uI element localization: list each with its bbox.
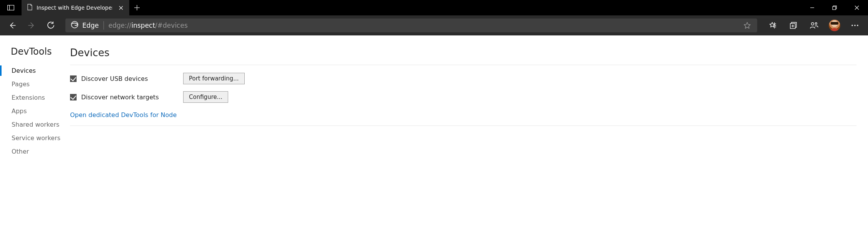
profile-avatar[interactable]: [829, 20, 840, 31]
favorite-button[interactable]: [741, 22, 753, 29]
sidebar-item-apps[interactable]: Apps: [0, 104, 70, 118]
checkbox-label: Discover USB devices: [81, 75, 148, 82]
svg-rect-0: [8, 5, 14, 10]
sidebar-item-label: Service workers: [12, 134, 60, 142]
row-discover-network: Discover network targets Configure...: [70, 91, 856, 103]
open-devtools-node-link[interactable]: Open dedicated DevTools for Node: [70, 110, 177, 126]
checkbox-discover-usb[interactable]: [70, 75, 77, 82]
url-text: edge:// inspect /#devices: [108, 22, 188, 29]
svg-point-20: [851, 25, 853, 26]
more-menu-button[interactable]: [846, 17, 864, 34]
sidebar-item-devices[interactable]: Devices: [0, 64, 70, 77]
configure-button[interactable]: Configure...: [183, 91, 228, 103]
address-bar[interactable]: Edge edge:// inspect /#devices: [65, 18, 757, 32]
back-button[interactable]: [4, 17, 21, 34]
browser-tab-active[interactable]: Inspect with Edge Developer Too: [22, 0, 129, 15]
site-identity-label: Edge: [82, 22, 99, 29]
site-identity[interactable]: Edge: [71, 21, 99, 30]
refresh-button[interactable]: [42, 17, 59, 34]
page-icon: [27, 4, 33, 12]
sidebar-item-shared-workers[interactable]: Shared workers: [0, 118, 70, 131]
main-panel: Devices Discover USB devices Port forwar…: [70, 35, 868, 241]
edge-logo-icon: [71, 21, 78, 30]
svg-point-22: [857, 25, 858, 26]
checkbox-discover-network[interactable]: [70, 94, 77, 100]
port-forwarding-button[interactable]: Port forwarding...: [183, 73, 245, 84]
window-minimize-button[interactable]: [801, 0, 823, 15]
checkbox-label: Discover network targets: [81, 94, 159, 101]
new-tab-button[interactable]: [129, 0, 145, 15]
divider: [70, 65, 856, 65]
tab-actions-button[interactable]: [0, 0, 22, 15]
divider: [70, 126, 856, 126]
sidebar-item-pages[interactable]: Pages: [0, 77, 70, 91]
window-close-button[interactable]: [846, 0, 868, 15]
sidebar-item-label: Other: [12, 148, 29, 155]
window-controls: [801, 0, 868, 15]
titlebar-drag-region: [145, 0, 801, 15]
sidebar-item-extensions[interactable]: Extensions: [0, 91, 70, 104]
sidebar-item-label: Extensions: [12, 94, 45, 101]
sidebar-title: DevTools: [0, 46, 70, 64]
svg-point-21: [854, 25, 855, 26]
sidebar-item-other[interactable]: Other: [0, 145, 70, 158]
url-frag: /#devices: [155, 22, 188, 29]
sidebar: DevTools Devices Pages Extensions Apps S…: [0, 35, 70, 241]
browser-toolbar: Edge edge:// inspect /#devices: [0, 15, 868, 35]
profile-switch-button[interactable]: [805, 17, 823, 34]
sidebar-item-label: Pages: [12, 80, 30, 88]
sidebar-item-service-workers[interactable]: Service workers: [0, 131, 70, 145]
sidebar-item-label: Devices: [12, 67, 36, 74]
titlebar: Inspect with Edge Developer Too: [0, 0, 868, 15]
window-maximize-button[interactable]: [823, 0, 846, 15]
svg-rect-7: [833, 7, 836, 10]
sidebar-item-label: Apps: [12, 107, 27, 115]
page-title: Devices: [70, 47, 856, 65]
page-content: DevTools Devices Pages Extensions Apps S…: [0, 35, 868, 241]
forward-button[interactable]: [23, 17, 40, 34]
sidebar-item-label: Shared workers: [12, 121, 59, 128]
svg-point-19: [815, 23, 817, 25]
url-scheme: edge://: [108, 22, 132, 29]
collections-button[interactable]: [784, 17, 803, 34]
row-discover-usb: Discover USB devices Port forwarding...: [70, 73, 856, 84]
tab-close-button[interactable]: [116, 3, 125, 12]
svg-point-10: [72, 22, 78, 28]
favorites-button[interactable]: [763, 17, 782, 34]
addressbar-separator: [103, 21, 104, 30]
svg-point-18: [811, 23, 814, 25]
url-host: inspect: [131, 22, 155, 29]
tab-title: Inspect with Edge Developer Too: [37, 5, 112, 11]
